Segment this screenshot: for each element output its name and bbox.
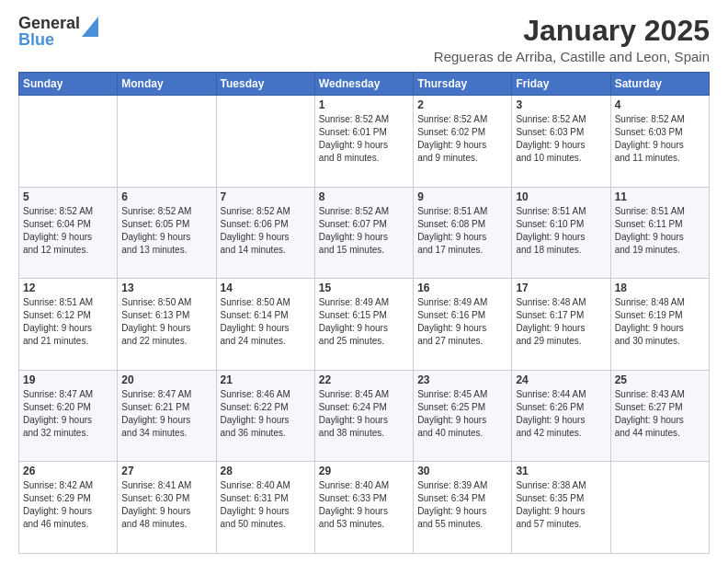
cell-content: Sunrise: 8:50 AM Sunset: 6:13 PM Dayligh… — [121, 296, 211, 348]
calendar-cell — [19, 96, 118, 188]
cell-content: Sunrise: 8:40 AM Sunset: 6:31 PM Dayligh… — [221, 479, 311, 531]
day-number: 21 — [221, 373, 311, 386]
calendar-header: SundayMondayTuesdayWednesdayThursdayFrid… — [19, 73, 710, 96]
calendar-cell: 11Sunrise: 8:51 AM Sunset: 6:11 PM Dayli… — [610, 187, 709, 279]
day-number: 9 — [417, 190, 507, 203]
cell-content: Sunrise: 8:52 AM Sunset: 6:01 PM Dayligh… — [319, 113, 409, 165]
day-number: 1 — [319, 98, 409, 111]
day-number: 10 — [516, 190, 606, 203]
day-number: 30 — [417, 465, 507, 477]
calendar-body: 1Sunrise: 8:52 AM Sunset: 6:01 PM Daylig… — [19, 96, 710, 554]
day-number: 13 — [121, 282, 211, 294]
cell-content: Sunrise: 8:49 AM Sunset: 6:15 PM Dayligh… — [319, 296, 409, 348]
cell-content: Sunrise: 8:52 AM Sunset: 6:02 PM Dayligh… — [417, 113, 507, 165]
day-number: 28 — [221, 465, 311, 477]
subtitle: Regueras de Arriba, Castille and Leon, S… — [434, 49, 710, 64]
cell-content: Sunrise: 8:40 AM Sunset: 6:33 PM Dayligh… — [319, 479, 409, 531]
cell-content: Sunrise: 8:43 AM Sunset: 6:27 PM Dayligh… — [615, 388, 705, 440]
calendar-cell: 12Sunrise: 8:51 AM Sunset: 6:12 PM Dayli… — [19, 279, 118, 371]
day-number: 29 — [319, 465, 409, 477]
cell-content: Sunrise: 8:47 AM Sunset: 6:21 PM Dayligh… — [121, 388, 211, 440]
cell-content: Sunrise: 8:52 AM Sunset: 6:06 PM Dayligh… — [221, 205, 311, 257]
cell-content: Sunrise: 8:52 AM Sunset: 6:05 PM Dayligh… — [121, 205, 211, 257]
cell-content: Sunrise: 8:39 AM Sunset: 6:34 PM Dayligh… — [417, 479, 507, 531]
day-number: 2 — [417, 98, 507, 111]
calendar-cell: 27Sunrise: 8:41 AM Sunset: 6:30 PM Dayli… — [118, 462, 216, 554]
calendar-cell: 25Sunrise: 8:43 AM Sunset: 6:27 PM Dayli… — [610, 370, 709, 462]
week-row-2: 5Sunrise: 8:52 AM Sunset: 6:04 PM Daylig… — [19, 187, 710, 279]
day-number: 8 — [319, 190, 409, 203]
calendar-cell: 17Sunrise: 8:48 AM Sunset: 6:17 PM Dayli… — [512, 279, 610, 371]
cell-content: Sunrise: 8:49 AM Sunset: 6:16 PM Dayligh… — [417, 296, 507, 348]
day-number: 3 — [516, 98, 606, 111]
calendar-cell: 21Sunrise: 8:46 AM Sunset: 6:22 PM Dayli… — [216, 370, 314, 462]
cell-content: Sunrise: 8:47 AM Sunset: 6:20 PM Dayligh… — [23, 388, 113, 440]
cell-content: Sunrise: 8:51 AM Sunset: 6:08 PM Dayligh… — [417, 205, 507, 257]
calendar-cell: 24Sunrise: 8:44 AM Sunset: 6:26 PM Dayli… — [512, 370, 610, 462]
cell-content: Sunrise: 8:45 AM Sunset: 6:24 PM Dayligh… — [319, 388, 409, 440]
cell-content: Sunrise: 8:52 AM Sunset: 6:03 PM Dayligh… — [615, 113, 705, 165]
cell-content: Sunrise: 8:50 AM Sunset: 6:14 PM Dayligh… — [221, 296, 311, 348]
logo-text: General Blue — [18, 15, 80, 48]
calendar-cell — [216, 96, 314, 188]
calendar-cell: 19Sunrise: 8:47 AM Sunset: 6:20 PM Dayli… — [19, 370, 118, 462]
logo-icon — [82, 17, 98, 37]
day-number: 27 — [121, 465, 211, 477]
day-number: 22 — [319, 373, 409, 386]
day-header-friday: Friday — [512, 73, 610, 96]
calendar-cell: 1Sunrise: 8:52 AM Sunset: 6:01 PM Daylig… — [314, 96, 413, 188]
day-header-sunday: Sunday — [19, 73, 118, 96]
calendar-cell: 9Sunrise: 8:51 AM Sunset: 6:08 PM Daylig… — [414, 187, 512, 279]
day-number: 6 — [121, 190, 211, 203]
svg-marker-0 — [82, 17, 98, 37]
calendar-cell: 23Sunrise: 8:45 AM Sunset: 6:25 PM Dayli… — [414, 370, 512, 462]
day-number: 12 — [23, 282, 113, 294]
calendar-cell: 7Sunrise: 8:52 AM Sunset: 6:06 PM Daylig… — [216, 187, 314, 279]
calendar-cell — [610, 462, 709, 554]
calendar-cell: 29Sunrise: 8:40 AM Sunset: 6:33 PM Dayli… — [314, 462, 413, 554]
page: General Blue January 2025 Regueras de Ar… — [0, 0, 728, 563]
cell-content: Sunrise: 8:45 AM Sunset: 6:25 PM Dayligh… — [417, 388, 507, 440]
day-header-wednesday: Wednesday — [314, 73, 413, 96]
day-header-monday: Monday — [118, 73, 216, 96]
day-number: 20 — [121, 373, 211, 386]
cell-content: Sunrise: 8:46 AM Sunset: 6:22 PM Dayligh… — [221, 388, 311, 440]
calendar-cell: 14Sunrise: 8:50 AM Sunset: 6:14 PM Dayli… — [216, 279, 314, 371]
day-header-tuesday: Tuesday — [216, 73, 314, 96]
calendar-cell: 3Sunrise: 8:52 AM Sunset: 6:03 PM Daylig… — [512, 96, 610, 188]
cell-content: Sunrise: 8:52 AM Sunset: 6:03 PM Dayligh… — [516, 113, 606, 165]
calendar-cell: 13Sunrise: 8:50 AM Sunset: 6:13 PM Dayli… — [118, 279, 216, 371]
week-row-4: 19Sunrise: 8:47 AM Sunset: 6:20 PM Dayli… — [19, 370, 710, 462]
cell-content: Sunrise: 8:52 AM Sunset: 6:07 PM Dayligh… — [319, 205, 409, 257]
cell-content: Sunrise: 8:51 AM Sunset: 6:10 PM Dayligh… — [516, 205, 606, 257]
day-number: 15 — [319, 282, 409, 294]
cell-content: Sunrise: 8:38 AM Sunset: 6:35 PM Dayligh… — [516, 479, 606, 531]
calendar-cell: 26Sunrise: 8:42 AM Sunset: 6:29 PM Dayli… — [19, 462, 118, 554]
day-number: 26 — [23, 465, 113, 477]
header: General Blue January 2025 Regueras de Ar… — [18, 15, 710, 64]
day-header-thursday: Thursday — [414, 73, 512, 96]
day-number: 19 — [23, 373, 113, 386]
calendar-cell: 30Sunrise: 8:39 AM Sunset: 6:34 PM Dayli… — [414, 462, 512, 554]
calendar-cell: 22Sunrise: 8:45 AM Sunset: 6:24 PM Dayli… — [314, 370, 413, 462]
calendar-cell: 16Sunrise: 8:49 AM Sunset: 6:16 PM Dayli… — [414, 279, 512, 371]
logo-blue: Blue — [18, 30, 54, 49]
calendar-cell: 4Sunrise: 8:52 AM Sunset: 6:03 PM Daylig… — [610, 96, 709, 188]
day-number: 16 — [417, 282, 507, 294]
cell-content: Sunrise: 8:51 AM Sunset: 6:12 PM Dayligh… — [23, 296, 113, 348]
calendar-cell: 28Sunrise: 8:40 AM Sunset: 6:31 PM Dayli… — [216, 462, 314, 554]
calendar-cell: 15Sunrise: 8:49 AM Sunset: 6:15 PM Dayli… — [314, 279, 413, 371]
calendar-cell — [118, 96, 216, 188]
week-row-3: 12Sunrise: 8:51 AM Sunset: 6:12 PM Dayli… — [19, 279, 710, 371]
week-row-1: 1Sunrise: 8:52 AM Sunset: 6:01 PM Daylig… — [19, 96, 710, 188]
cell-content: Sunrise: 8:42 AM Sunset: 6:29 PM Dayligh… — [23, 479, 113, 531]
day-number: 31 — [516, 465, 606, 477]
title-area: January 2025 Regueras de Arriba, Castill… — [434, 15, 710, 64]
days-row: SundayMondayTuesdayWednesdayThursdayFrid… — [19, 73, 710, 96]
week-row-5: 26Sunrise: 8:42 AM Sunset: 6:29 PM Dayli… — [19, 462, 710, 554]
calendar-cell: 18Sunrise: 8:48 AM Sunset: 6:19 PM Dayli… — [610, 279, 709, 371]
cell-content: Sunrise: 8:48 AM Sunset: 6:17 PM Dayligh… — [516, 296, 606, 348]
calendar: SundayMondayTuesdayWednesdayThursdayFrid… — [18, 72, 710, 554]
day-number: 23 — [417, 373, 507, 386]
logo: General Blue — [18, 15, 98, 48]
